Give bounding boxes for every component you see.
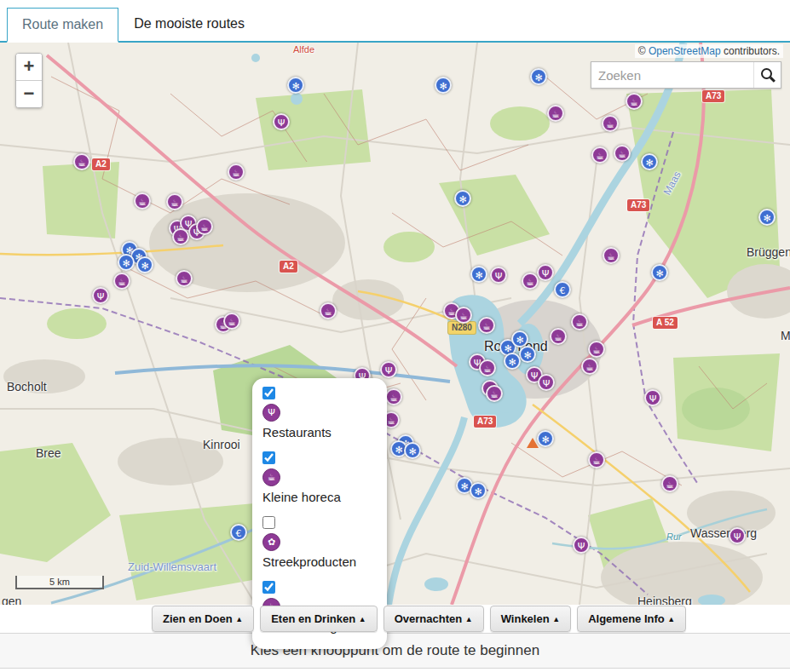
map-marker-horeca-cup[interactable]: ☕ [73, 153, 90, 170]
road-shield: A2 [92, 158, 110, 170]
map-marker-horeca-cup[interactable]: ☕ [581, 358, 598, 375]
zoom-in-button[interactable]: + [16, 54, 42, 81]
map-marker-euro[interactable]: € [554, 281, 571, 298]
map-place-label: Kinrooi [203, 438, 240, 451]
map-marker-knooppunt[interactable]: ✻ [519, 346, 536, 363]
map-marker-restaurant[interactable]: Ψ [644, 389, 661, 406]
chevron-up-icon: ▲ [235, 615, 243, 623]
road-shield: A73 [702, 90, 724, 102]
map-place-label: Brüggen [747, 245, 790, 259]
category-button-overnachten[interactable]: Overnachten ▲ [383, 606, 484, 632]
road-shield: N280 [448, 322, 476, 334]
legend-item: ✿Streekproducten [262, 516, 378, 569]
legend-checkbox[interactable] [262, 451, 275, 464]
legend-label: Streekproducten [262, 554, 378, 569]
legend-checkbox[interactable] [262, 516, 275, 529]
openstreetmap-link[interactable]: OpenStreetMap [649, 45, 721, 57]
map-marker-knooppunt[interactable]: ✻ [530, 68, 547, 85]
map-place-label: gen [2, 594, 21, 605]
map-marker-knooppunt[interactable]: ✻ [511, 330, 528, 347]
tab-bar: Route maken De mooiste routes [0, 0, 790, 43]
road-shield: A 52 [653, 317, 678, 329]
map-place-label: Bree [36, 446, 61, 460]
category-button-label: Winkelen [501, 612, 553, 625]
search-button[interactable] [753, 62, 781, 88]
chevron-up-icon: ▲ [465, 615, 473, 623]
map-marker-knooppunt[interactable]: ✻ [404, 442, 421, 459]
legend-item: ΨRestaurants [262, 387, 378, 439]
category-button-zien-en-doen[interactable]: Zien en Doen ▲ [152, 606, 254, 632]
legend-checkbox[interactable] [262, 581, 275, 594]
map-marker-horeca-cup[interactable]: ☕ [455, 307, 472, 324]
legend-checkbox[interactable] [262, 387, 275, 399]
map-marker-horeca-cup[interactable]: ☕ [134, 192, 151, 210]
map-marker-horeca-cup[interactable]: ☕ [478, 317, 495, 334]
search-input[interactable] [591, 68, 753, 83]
map-marker-restaurant[interactable]: Ψ [538, 374, 555, 391]
map-marker-restaurant[interactable]: Ψ [537, 264, 554, 281]
map-marker-horeca-cup[interactable]: ☕ [614, 145, 631, 162]
map-marker-restaurant[interactable]: Ψ [273, 113, 290, 130]
map-marker-horeca-cup[interactable]: ☕ [602, 115, 619, 132]
attribution-suffix: contributors. [721, 45, 780, 57]
map-marker-horeca-cup[interactable]: ☕ [172, 228, 189, 245]
category-button-label: Overnachten [395, 612, 465, 625]
map-marker-knooppunt[interactable]: ✻ [758, 209, 776, 226]
map-marker-horeca-cup[interactable]: ☕ [479, 359, 496, 376]
coffee-cup-icon: ☕ [262, 468, 280, 486]
map-marker-horeca-cup[interactable]: ☕ [571, 313, 588, 330]
category-button-label: Zien en Doen [163, 612, 235, 625]
map-canvas[interactable]: BocholtBreeKinrooiRoermondBrüggenWassenb… [0, 43, 790, 605]
map-marker-horeca-cup[interactable]: ☕ [196, 218, 213, 235]
map-marker-restaurant[interactable]: Ψ [729, 527, 746, 544]
map-marker-horeca-cup[interactable]: ☕ [522, 273, 539, 290]
status-bar: Kies een knooppunt om de route te beginn… [0, 633, 790, 669]
map-marker-knooppunt[interactable]: ✻ [537, 430, 554, 447]
category-button-algemene-info[interactable]: Algemene Info ▲ [577, 606, 686, 632]
map-marker-restaurant[interactable]: Ψ [573, 537, 590, 554]
map-marker-knooppunt[interactable]: ✻ [641, 153, 658, 170]
legend-label: Kleine horeca [262, 490, 378, 504]
chevron-up-icon: ▲ [359, 615, 366, 623]
map-marker-horeca-cup[interactable]: ☕ [588, 341, 605, 358]
map-marker-horeca-cup[interactable]: ☕ [603, 247, 620, 264]
map-marker-horeca-cup[interactable]: ☕ [550, 328, 567, 345]
legend-popup-items: ΨRestaurants☕Kleine horeca✿Streekproduct… [262, 387, 378, 634]
map-marker-knooppunt[interactable]: ✻ [118, 254, 135, 271]
flower-icon: ✿ [262, 533, 280, 551]
map-marker-euro[interactable]: € [230, 524, 247, 541]
map-marker-restaurant[interactable]: Ψ [380, 361, 397, 378]
map-marker-knooppunt[interactable]: ✻ [454, 190, 471, 207]
map-marker-horeca-cup[interactable]: ☕ [320, 302, 337, 319]
map-marker-horeca-cup[interactable]: ☕ [176, 270, 193, 287]
map-marker-restaurant[interactable]: Ψ [92, 287, 109, 304]
map-marker-horeca-cup[interactable]: ☕ [223, 313, 240, 330]
map-marker-knooppunt[interactable]: ✻ [651, 264, 668, 281]
map-marker-knooppunt[interactable]: ✻ [504, 353, 521, 370]
map-place-label: Zuid-Willemsvaart [128, 560, 216, 573]
map-marker-knooppunt[interactable]: ✻ [136, 256, 153, 273]
map-marker-horeca-cup[interactable]: ☕ [113, 273, 130, 290]
map-marker-horeca-cup[interactable]: ☕ [228, 164, 245, 181]
zoom-out-button[interactable]: − [16, 81, 42, 107]
map-marker-restaurant[interactable]: Ψ [490, 267, 507, 284]
map-marker-horeca-cup[interactable]: ☕ [547, 105, 564, 122]
map-marker-knooppunt[interactable]: ✻ [470, 266, 487, 283]
category-button-eten-en-drinken[interactable]: Eten en Drinken ▲ [260, 606, 378, 632]
map-marker-knooppunt[interactable]: ✻ [287, 77, 304, 94]
map-zoom-control: + − [15, 53, 43, 108]
map-marker-horeca-cup[interactable]: ☕ [385, 388, 402, 405]
map-place-label: Heinsberg [637, 594, 692, 605]
map-marker-horeca-cup[interactable]: ☕ [166, 193, 183, 210]
legend-item: ☕Kleine horeca [262, 451, 378, 504]
tab-mooiste-routes[interactable]: De mooiste routes [118, 7, 260, 41]
map-marker-horeca-cup[interactable]: ☕ [588, 451, 605, 468]
map-marker-horeca-cup[interactable]: ☕ [486, 385, 503, 402]
map-marker-horeca-cup[interactable]: ☕ [626, 93, 643, 110]
map-marker-knooppunt[interactable]: ✻ [470, 482, 487, 499]
category-button-winkelen[interactable]: Winkelen ▲ [490, 606, 572, 632]
map-marker-knooppunt[interactable]: ✻ [435, 77, 452, 94]
map-marker-horeca-cup[interactable]: ☕ [661, 475, 678, 492]
tab-route-maken[interactable]: Route maken [7, 8, 118, 43]
map-marker-horeca-cup[interactable]: ☕ [591, 146, 608, 164]
